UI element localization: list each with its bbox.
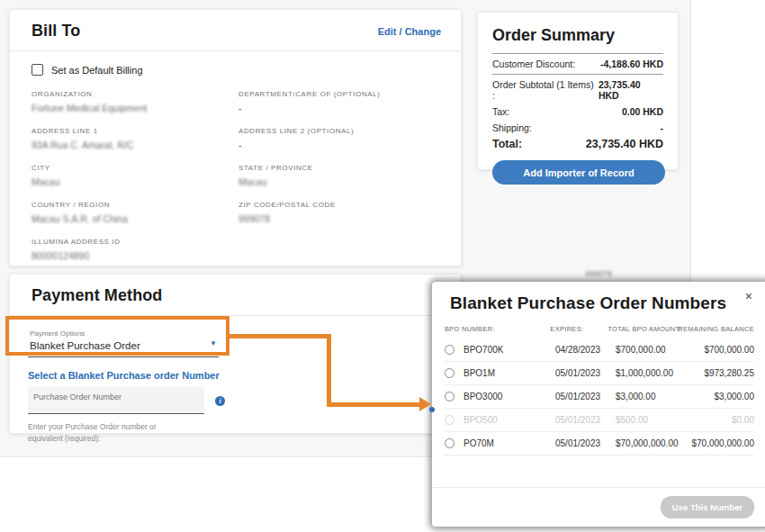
payment-method-title: Payment Method	[32, 286, 162, 305]
use-this-number-button[interactable]: Use This Number	[661, 496, 754, 518]
tax-value: 0.00 HKD	[622, 106, 663, 117]
table-row-bpo700k[interactable]: BPO700K 04/28/2023 $700,000.00 $700,000.…	[445, 338, 754, 362]
bpo-number: BPO1M	[464, 368, 495, 378]
bill-to-header: Bill To Edit / Change	[10, 10, 461, 51]
expires-date: 05/01/2023	[555, 392, 616, 401]
expires-date: 05/01/2023	[555, 415, 616, 425]
tax-label: Tax:	[492, 106, 509, 117]
field-address-line-1: ADDRESS LINE 1 93A Rua C. Amaral, R/C	[32, 127, 238, 150]
total-bpo-amount: $3,000.00	[616, 392, 686, 401]
field-city: CITY Macau	[32, 164, 238, 187]
modal-footer: Use This Number	[432, 487, 765, 527]
field-illumina-address-id: ILLUMINA ADDRESS ID 80000124890	[32, 238, 238, 261]
column-header-remaining-balance: REMAINING BALANCE	[678, 325, 754, 333]
expires-date: 05/01/2023	[555, 368, 616, 378]
bill-to-card: Bill To Edit / Change Set as Default Bil…	[9, 9, 462, 266]
background-info-dot	[429, 407, 435, 412]
row-customer-discount: Customer Discount: -4,188.60 HKD	[492, 53, 663, 75]
bill-to-fields: ORGANIZATION Fortune Medical Equipment D…	[32, 90, 439, 275]
remaining-balance: $973,280.25	[686, 368, 754, 378]
row-total: Total: 23,735.40 HKD	[492, 136, 663, 153]
payment-method-card: Payment Method Payment Options Blanket P…	[9, 274, 462, 434]
field-organization: ORGANIZATION Fortune Medical Equipment	[32, 90, 238, 113]
close-icon[interactable]: ×	[745, 290, 752, 302]
radio-button[interactable]	[445, 438, 454, 448]
background-partial-zip-text: 999078	[585, 269, 612, 278]
po-helper-line-1: Enter your Purchase Order number or	[28, 421, 190, 433]
po-helper-text: Enter your Purchase Order number or equi…	[28, 421, 190, 445]
radio-button[interactable]	[445, 392, 454, 401]
discount-label: Customer Discount:	[492, 59, 575, 69]
remaining-balance: $3,000.00	[686, 392, 754, 401]
po-helper-line-2: equivalent (required):	[28, 433, 190, 445]
total-bpo-amount: $1,000,000.00	[616, 368, 686, 378]
field-address-line-2: ADDRESS LINE 2 (OPTIONAL) -	[238, 127, 439, 150]
bpo-number: BPO700K	[464, 345, 503, 355]
field-state-province: STATE / PROVINCE Macau	[238, 164, 439, 187]
bpo-table-header-row: BPO NUMBER: EXPIRES: TOTAL BPO AMOUNT: R…	[445, 319, 754, 338]
field-department: DEPARTMENT/CARE OF (OPTIONAL) -	[238, 90, 439, 113]
subtotal-label: Order Subtotal (1 Items) :	[492, 79, 598, 101]
annotation-arrow-segment-2	[327, 334, 331, 407]
column-header-expires: EXPIRES:	[550, 325, 608, 333]
payment-options-value: Blanket Purchase Order	[30, 340, 219, 351]
payment-method-header: Payment Method	[10, 275, 461, 316]
table-row-po70m[interactable]: PO70M 05/01/2023 $70,000,000.00 $70,000,…	[445, 432, 754, 455]
bpo-number: BPO3000	[464, 392, 502, 401]
table-row-bpo1m[interactable]: BPO1M 05/01/2023 $1,000,000.00 $973,280.…	[445, 362, 754, 385]
column-header-total-amount: TOTAL BPO AMOUNT:	[608, 325, 678, 333]
modal-title: Blanket Purchase Order Numbers	[450, 293, 749, 313]
bpo-number: BPO500	[464, 415, 498, 425]
bill-to-title: Bill To	[32, 22, 80, 41]
chevron-down-icon: ▼	[210, 339, 217, 347]
order-summary-card: Order Summary Customer Discount: -4,188.…	[477, 12, 679, 170]
set-default-billing-checkbox[interactable]: Set as Default Billing	[32, 64, 439, 76]
field-zip-code: ZIP CODE/POSTAL CODE 999078	[238, 201, 439, 224]
expires-date: 04/28/2023	[555, 345, 616, 355]
add-importer-of-record-button[interactable]: Add Importer of Record	[492, 160, 665, 185]
payment-options-select[interactable]: Payment Options Blanket Purchase Order ▼	[28, 328, 219, 357]
row-shipping: Shipping: -	[492, 120, 663, 136]
checkbox-icon[interactable]	[32, 64, 43, 76]
table-row-bpo3000[interactable]: BPO3000 05/01/2023 $3,000.00 $3,000.00	[445, 385, 754, 409]
radio-button	[445, 415, 454, 425]
table-row-bpo500-disabled: BPO500 05/01/2023 $500.00 $0.00	[445, 409, 754, 432]
po-number-row: i	[28, 387, 439, 414]
total-bpo-amount: $700,000.00	[616, 345, 686, 355]
shipping-label: Shipping:	[492, 122, 532, 133]
edit-change-link[interactable]: Edit / Change	[378, 26, 441, 37]
select-bpo-number-heading[interactable]: Select a Blanket Purchase order Number	[28, 370, 439, 381]
bpo-numbers-modal: Blanket Purchase Order Numbers × BPO NUM…	[432, 282, 765, 527]
radio-button[interactable]	[445, 345, 454, 355]
annotation-arrow-segment-1	[229, 334, 331, 338]
subtotal-value: 23,735.40 HKD	[598, 79, 663, 101]
bpo-number: PO70M	[464, 438, 494, 448]
field-country-region: COUNTRY / REGION Macau S.A.R. of China	[32, 201, 238, 224]
order-summary-title: Order Summary	[492, 26, 663, 45]
row-tax: Tax: 0.00 HKD	[492, 104, 663, 120]
total-bpo-amount: $70,000,000.00	[616, 438, 686, 448]
expires-date: 05/01/2023	[555, 438, 616, 448]
shipping-value: -	[661, 122, 664, 133]
remaining-balance: $700,000.00	[686, 345, 754, 355]
modal-header: Blanket Purchase Order Numbers ×	[432, 282, 765, 313]
remaining-balance: $0.00	[686, 415, 754, 425]
checkbox-label: Set as Default Billing	[51, 65, 143, 76]
radio-button[interactable]	[445, 368, 454, 378]
payment-options-label: Payment Options	[30, 329, 219, 338]
annotation-arrow-segment-3	[327, 402, 420, 407]
checkout-page: Bill To Edit / Change Set as Default Bil…	[0, 0, 765, 532]
bpo-table: BPO NUMBER: EXPIRES: TOTAL BPO AMOUNT: R…	[432, 319, 765, 455]
total-value: 23,735.40 HKD	[586, 138, 663, 150]
bill-to-body: Set as Default Billing ORGANIZATION Fort…	[10, 51, 461, 275]
total-bpo-amount: $500.00	[616, 415, 686, 425]
total-label: Total:	[492, 138, 522, 150]
info-icon[interactable]: i	[215, 396, 225, 406]
column-header-bpo-number: BPO NUMBER:	[445, 325, 550, 333]
remaining-balance: $70,000,000.00	[686, 438, 754, 448]
purchase-order-number-input[interactable]	[28, 387, 204, 414]
discount-value: -4,188.60 HKD	[600, 59, 663, 69]
row-order-subtotal: Order Subtotal (1 Items) : 23,735.40 HKD	[492, 77, 663, 104]
